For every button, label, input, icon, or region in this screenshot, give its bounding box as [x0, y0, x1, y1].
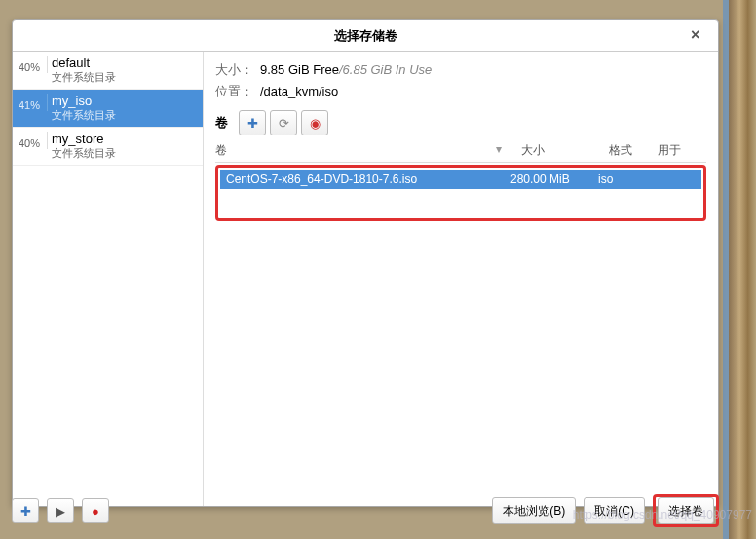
volume-row-selected[interactable]: CentOS-7-x86_64-DVD-1810-7.6.iso 280.00 …: [220, 170, 701, 189]
refresh-button[interactable]: ⟳: [270, 110, 297, 135]
col-format[interactable]: 格式: [609, 142, 658, 159]
col-size[interactable]: 大小: [521, 142, 609, 159]
play-button[interactable]: ▶: [47, 498, 74, 523]
size-inuse: 6.85 GiB In Use: [343, 62, 433, 77]
location-label: 位置：: [215, 83, 260, 100]
pool-subtitle: 文件系统目录: [52, 70, 116, 85]
volume-toolbar: 卷 ✚ ⟳ ◉: [215, 110, 706, 135]
record-button[interactable]: ●: [82, 498, 109, 523]
volume-size: 280.00 MiB: [510, 173, 598, 186]
volume-format: iso: [598, 173, 647, 186]
size-free: 9.85 GiB Free: [260, 62, 339, 77]
delete-volume-button[interactable]: ◉: [301, 110, 328, 135]
pool-subtitle: 文件系统目录: [52, 108, 116, 123]
pool-name: my_store: [52, 132, 116, 146]
sidebar-pool-item[interactable]: 40%my_store文件系统目录: [13, 128, 203, 166]
watermark: https://blog.csdn.net/qq_40907977: [573, 508, 752, 521]
browse-local-button[interactable]: 本地浏览(B): [492, 497, 576, 524]
sidebar-pool-item[interactable]: 40%default文件系统目录: [13, 52, 203, 90]
volume-detail-pane: 大小： 9.85 GiB Free / 6.85 GiB In Use 位置： …: [204, 52, 718, 506]
pool-percent: 40%: [19, 56, 48, 73]
pool-name: my_iso: [52, 94, 116, 108]
highlight-annotation: CentOS-7-x86_64-DVD-1810-7.6.iso 280.00 …: [215, 165, 706, 221]
sidebar-pool-item[interactable]: 41%my_iso文件系统目录: [13, 90, 203, 128]
add-button[interactable]: ✚: [12, 498, 39, 523]
close-icon[interactable]: ×: [691, 26, 708, 44]
volume-used: [647, 173, 696, 186]
location-value: /data_kvm/iso: [260, 84, 338, 98]
dialog-title: 选择存储卷: [334, 27, 397, 45]
storage-volume-dialog: 选择存储卷 × 40%default文件系统目录41%my_iso文件系统目录4…: [12, 19, 719, 507]
pool-percent: 41%: [19, 94, 48, 111]
pool-name: default: [52, 56, 116, 70]
volume-columns: 卷 ▾ 大小 格式 用于: [215, 139, 706, 163]
location-row: 位置： /data_kvm/iso: [215, 83, 706, 100]
dialog-titlebar: 选择存储卷 ×: [13, 20, 718, 52]
volume-name: CentOS-7-x86_64-DVD-1810-7.6.iso: [226, 173, 510, 186]
add-volume-button[interactable]: ✚: [239, 110, 266, 135]
size-label: 大小：: [215, 61, 260, 79]
sort-icon[interactable]: ▾: [496, 142, 502, 159]
col-name[interactable]: 卷: [215, 142, 496, 159]
size-row: 大小： 9.85 GiB Free / 6.85 GiB In Use: [215, 61, 706, 79]
pool-subtitle: 文件系统目录: [52, 146, 116, 161]
pool-percent: 40%: [19, 132, 48, 149]
volumes-label: 卷: [215, 114, 235, 132]
col-used[interactable]: 用于: [658, 142, 706, 159]
pool-sidebar: 40%default文件系统目录41%my_iso文件系统目录40%my_sto…: [13, 52, 204, 506]
